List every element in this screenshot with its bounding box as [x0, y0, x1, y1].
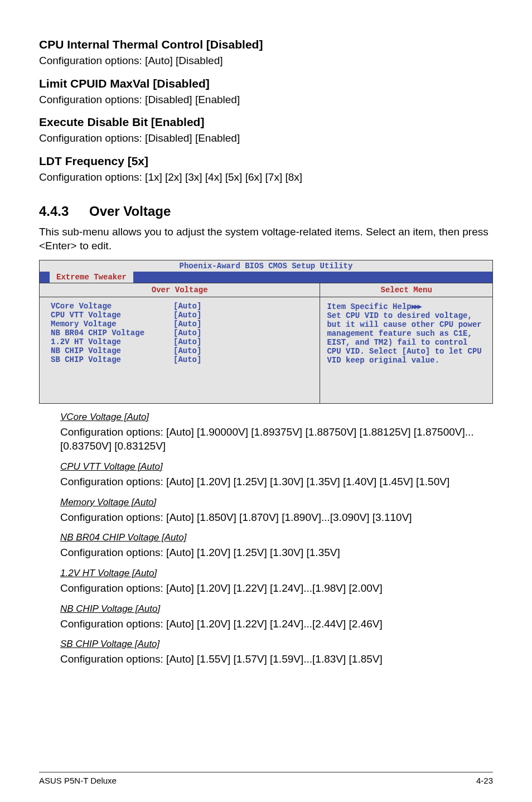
section-intro: This sub-menu allows you to adjust the s… — [39, 225, 493, 253]
item-text-nbchip: Configuration options: [Auto] [1.20V] [1… — [60, 617, 493, 631]
bios-value: [Auto] — [173, 320, 201, 328]
bios-title: Phoenix-Award BIOS CMOS Setup Utility — [40, 260, 492, 272]
heading-cpu-thermal: CPU Internal Thermal Control [Disabled] — [39, 38, 493, 51]
text-ldt-freq: Configuration options: [1x] [2x] [3x] [4… — [39, 170, 493, 185]
bios-tab-extreme-tweaker: Extreme Tweaker — [50, 272, 133, 283]
bios-label: 1.2V HT Voltage — [51, 337, 173, 346]
bios-label: NB CHIP Voltage — [51, 346, 173, 355]
heading-execute-disable: Execute Disable Bit [Enabled] — [39, 115, 493, 129]
bios-label: NB BR04 CHIP Voltage — [51, 328, 173, 337]
item-head-memory: Memory Voltage [Auto] — [60, 497, 493, 508]
item-text-sbchip: Configuration options: [Auto] [1.55V] [1… — [60, 652, 493, 666]
item-head-cpuvtt: CPU VTT Voltage [Auto] — [60, 461, 493, 472]
bios-row: NB BR04 CHIP Voltage[Auto] — [51, 328, 312, 337]
heading-cpuid: Limit CPUID MaxVal [Disabled] — [39, 77, 493, 90]
bios-value: [Auto] — [173, 311, 201, 320]
item-head-nbchip: NB CHIP Voltage [Auto] — [60, 603, 493, 615]
bios-row: Memory Voltage[Auto] — [51, 320, 312, 328]
bios-settings-list: VCore Voltage[Auto] CPU VTT Voltage[Auto… — [40, 297, 320, 403]
text-cpu-thermal: Configuration options: [Auto] [Disabled] — [39, 54, 493, 68]
section-number: 4.4.3 — [39, 204, 89, 219]
item-text-vcore: Configuration options: [Auto] [1.90000V]… — [60, 425, 493, 453]
bios-label: Memory Voltage — [51, 320, 173, 328]
bios-row: SB CHIP Voltage[Auto] — [51, 355, 312, 364]
item-text-nbbr04: Configuration options: [Auto] [1.20V] [1… — [60, 545, 493, 560]
section-title: Over Voltage — [89, 204, 171, 219]
bios-screenshot: Phoenix-Award BIOS CMOS Setup Utility Ex… — [39, 260, 493, 404]
footer-product: ASUS P5N-T Deluxe — [39, 776, 117, 785]
bios-row: CPU VTT Voltage[Auto] — [51, 311, 312, 320]
bios-value: [Auto] — [173, 302, 201, 311]
item-head-sbchip: SB CHIP Voltage [Auto] — [60, 639, 493, 650]
item-head-nbbr04: NB BR04 CHIP Voltage [Auto] — [60, 532, 493, 543]
text-cpuid: Configuration options: [Disabled] [Enabl… — [39, 93, 493, 107]
item-head-vcore: VCore Voltage [Auto] — [60, 412, 493, 423]
text-execute-disable: Configuration options: [Disabled] [Enabl… — [39, 131, 493, 146]
bios-help-text: Item Specific Help▶▶▶ Set CPU VID to des… — [320, 297, 492, 403]
bios-value: [Auto] — [173, 328, 201, 337]
bios-help-body: Set CPU VID to desired voltage, but it w… — [327, 311, 481, 365]
bios-tab-row: Extreme Tweaker — [40, 272, 492, 283]
bios-label: SB CHIP Voltage — [51, 355, 173, 364]
item-text-cpuvtt: Configuration options: [Auto] [1.20V] [1… — [60, 475, 493, 489]
item-head-12vht: 1.2V HT Voltage [Auto] — [60, 568, 493, 579]
item-text-12vht: Configuration options: [Auto] [1.20V] [1… — [60, 581, 493, 596]
bios-row: NB CHIP Voltage[Auto] — [51, 346, 312, 355]
bios-value: [Auto] — [173, 355, 201, 364]
bios-left-header: Over Voltage — [40, 283, 320, 297]
bios-value: [Auto] — [173, 337, 201, 346]
footer-page-number: 4-23 — [476, 776, 493, 785]
bios-row: VCore Voltage[Auto] — [51, 302, 312, 311]
section-number-title: 4.4.3Over Voltage — [39, 204, 493, 219]
bios-label: VCore Voltage — [51, 302, 173, 311]
bios-value: [Auto] — [173, 346, 201, 355]
bios-row: 1.2V HT Voltage[Auto] — [51, 337, 312, 346]
page-footer: ASUS P5N-T Deluxe 4-23 — [39, 772, 493, 785]
bios-label: CPU VTT Voltage — [51, 311, 173, 320]
bios-right-header: Select Menu — [320, 283, 492, 297]
heading-ldt-freq: LDT Frequency [5x] — [39, 154, 493, 168]
triangle-right-icon: ▶▶▶ — [412, 302, 420, 311]
item-text-memory: Configuration options: [Auto] [1.850V] [… — [60, 510, 493, 525]
bios-help-heading: Item Specific Help — [327, 302, 411, 311]
